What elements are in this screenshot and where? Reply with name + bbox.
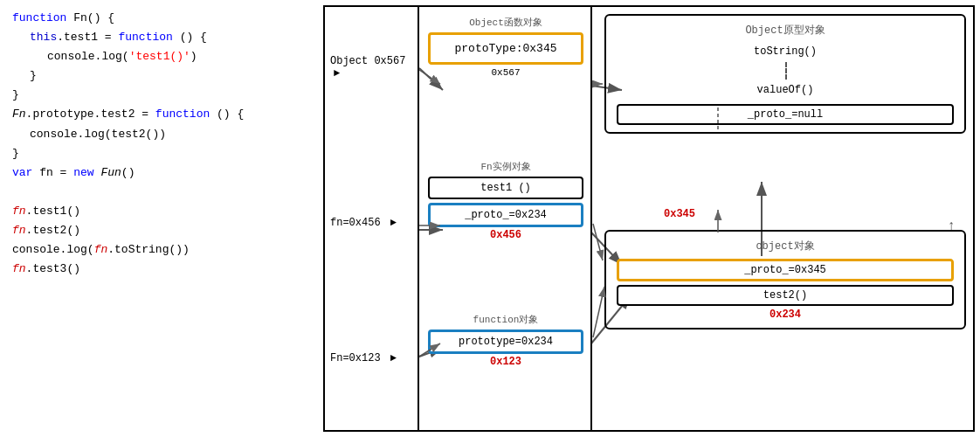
code-line-12: console.log(fn.toString()) — [12, 240, 311, 260]
code-line-13: fn.test3() — [12, 260, 311, 279]
mid-section-fn-instance: Fn实例对象 test1 () _proto_=0x234 0x456 — [428, 160, 583, 241]
left-label-fn123: Fn=0x123 ► — [330, 352, 397, 364]
arrow-right-icon-3: ► — [390, 352, 397, 364]
mid-title-fn-instance: Fn实例对象 — [428, 160, 583, 173]
code-line-2: this.test1 = function () { — [12, 28, 311, 47]
proto-345-box: _proto_=0x345 — [617, 259, 954, 281]
code-fn-italic: Fn — [12, 108, 26, 121]
proto-type-box: protoType:0x345 — [428, 32, 583, 65]
code-line-10: fn.test1() — [12, 202, 311, 221]
code-line-6: Fn.prototype.test2 = function () { — [12, 105, 311, 124]
code-panel: function Fn() { this.test1 = function ()… — [0, 0, 323, 437]
diagram-panel: Object 0x567 ► fn=0x456 ► Fn=0x123 ► Obj… — [323, 5, 975, 432]
code-line-3: console.log('test1()') — [12, 47, 311, 66]
proto-instance-box: _proto_=0x234 — [428, 203, 583, 227]
code-fn-ref-2: fn — [12, 224, 26, 237]
mid-section-fn-function: function对象 prototype=0x234 0x123 — [428, 313, 583, 368]
mid-title-fn-function: function对象 — [428, 313, 583, 326]
tostring-item: toString() — [617, 43, 954, 60]
right-title-object-obj: object对象 — [617, 239, 954, 253]
proto-null-box: _proto_=null — [617, 104, 954, 125]
code-fn-ref-1: fn — [12, 205, 26, 218]
code-line-11: fn.test2() — [12, 221, 311, 240]
mid-title-object-fn: Object函数对象 — [428, 16, 583, 29]
left-label-obj567: Object 0x567 ► — [330, 55, 418, 80]
right-section-object-obj: object对象 _proto_=0x345 test2() 0x234 — [604, 230, 966, 329]
test2-box: test2() — [617, 285, 954, 306]
code-line-blank — [12, 183, 311, 202]
code-line-5: } — [12, 86, 311, 105]
code-line-8: } — [12, 144, 311, 163]
keyword-function-2: function — [118, 31, 172, 44]
code-fun-italic: Fun — [100, 166, 121, 179]
code-this: this — [30, 31, 57, 44]
keyword-new: new — [73, 166, 93, 179]
arrow-right-icon: ► — [334, 67, 340, 80]
right-section-object-proto: Object原型对象 toString() valueOf() _proto_=… — [604, 14, 966, 134]
code-line-1: function Fn() { — [12, 9, 311, 28]
mid-section-object-fn: Object函数对象 protoType:0x345 0x567 — [428, 16, 583, 78]
code-string-test1: 'test1()' — [129, 50, 190, 63]
code-line-4: } — [12, 66, 311, 86]
code-fn-name: Fn() { — [73, 11, 114, 24]
keyword-function-3: function — [155, 108, 210, 121]
code-fn-ref-3: fn — [94, 243, 108, 256]
test1-box: test1 () — [428, 177, 583, 199]
code-line-7: console.log(test2()) — [12, 125, 311, 144]
arrow-right-icon-2: ► — [390, 217, 397, 229]
prototype-box: prototype=0x234 — [428, 329, 583, 354]
addr-0x567: 0x567 — [428, 67, 583, 78]
code-fn-ref-4: fn — [12, 262, 26, 275]
valueof-item: valueOf() — [617, 81, 954, 99]
addr-0x345: 0x345 — [664, 208, 695, 220]
keyword-var: var — [12, 166, 32, 179]
code-line-9: var fn = new Fun() — [12, 163, 311, 183]
addr-0x234-red: 0x234 — [617, 309, 954, 321]
addr-0x456-red: 0x456 — [428, 229, 583, 241]
keyword-function-1: function — [12, 11, 66, 24]
dashed-separator — [785, 62, 954, 80]
addr-0x123-red: 0x123 — [428, 356, 583, 368]
left-label-fn456: fn=0x456 ► — [330, 217, 397, 229]
right-title-object-proto: Object原型对象 — [617, 23, 954, 38]
